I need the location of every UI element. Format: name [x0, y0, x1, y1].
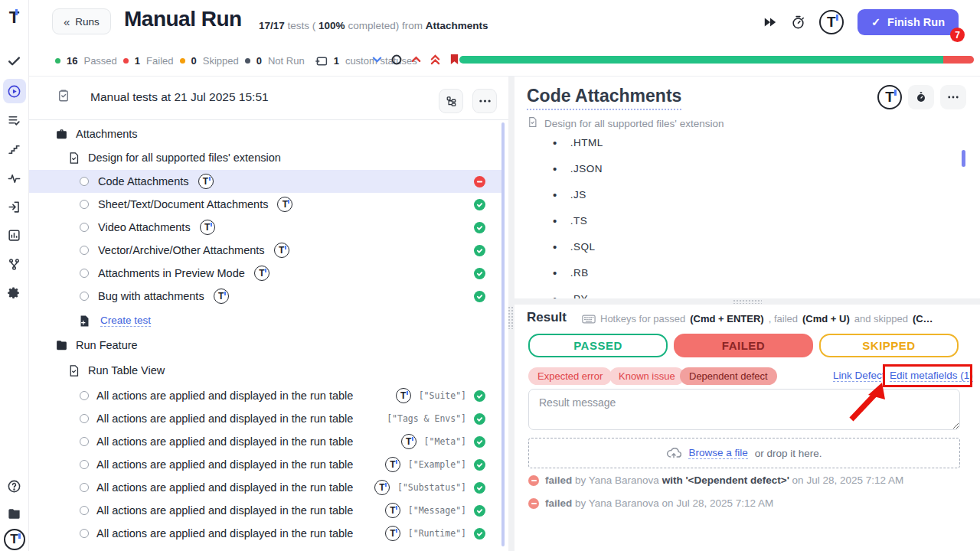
timer-icon[interactable]	[791, 15, 805, 30]
app-logo-icon[interactable]: T	[3, 6, 26, 29]
chip-expected-error[interactable]: Expected error	[528, 367, 612, 385]
failed-button[interactable]: FAILED	[674, 334, 813, 357]
suite-label: Attachments	[76, 128, 138, 140]
help-icon[interactable]	[3, 474, 26, 497]
progress-failed-segment	[943, 56, 974, 64]
chip-dependent-defect[interactable]: Dependent defect	[680, 367, 777, 385]
browse-file-link[interactable]: Browse a file	[688, 447, 747, 459]
tests-nav-icon[interactable]	[3, 49, 26, 72]
automated-test-icon: T	[214, 289, 229, 304]
radio-icon	[80, 269, 89, 278]
run-status-bar: 16 Passed 1 Failed 0 Skipped 0 Not Run 1…	[29, 46, 980, 77]
branches-nav-icon[interactable]	[3, 253, 26, 276]
create-test-row[interactable]: Create test	[29, 309, 504, 332]
fast-forward-icon[interactable]	[763, 17, 777, 28]
priority-highest-icon[interactable]	[430, 54, 440, 65]
hotkeys-hint: Hotkeys for passed (Cmd + ENTER) , faile…	[582, 313, 966, 324]
tree-header-divider	[29, 119, 508, 120]
circle-status-icon[interactable]	[391, 54, 402, 65]
test-tag: ["Example"]	[408, 459, 466, 470]
skipped-button[interactable]: SKIPPED	[819, 334, 959, 357]
automated-test-icon: T	[198, 174, 214, 189]
tree-suite-attachments[interactable]: Attachments	[29, 122, 504, 145]
tree-test-code-attachments[interactable]: Code Attachments T	[29, 170, 504, 193]
tree-suite-run-feature[interactable]: Run Feature	[29, 334, 504, 357]
settings-nav-icon[interactable]	[3, 282, 26, 305]
link-defect-link[interactable]: Link Defect	[833, 370, 885, 382]
tree-test-preview-mode[interactable]: Attachments in Preview Mode T	[29, 262, 504, 285]
folder-icon	[55, 339, 68, 352]
file-upload-dropzone[interactable]: Browse a file or drop it here.	[528, 438, 960, 468]
runs-nav-icon[interactable]	[3, 79, 26, 103]
notrun-dot-icon	[245, 58, 250, 64]
annotation-arrow	[842, 381, 890, 425]
failed-minus-icon	[528, 498, 539, 509]
priority-high-icon[interactable]	[411, 56, 421, 63]
chevron-down-icon[interactable]	[372, 54, 382, 64]
tree-feature-design[interactable]: Design for all supported files' extensio…	[29, 146, 504, 169]
automated-test-icon[interactable]: T	[877, 85, 902, 109]
result-message-input[interactable]	[528, 389, 960, 430]
pulse-nav-icon[interactable]	[3, 167, 26, 190]
tree-test-run-table-meta[interactable]: All actions are applied and displayed in…	[29, 430, 504, 453]
feature-label: Run Table View	[88, 364, 165, 377]
tree-test-bug-attachments[interactable]: Bug with attachments T	[29, 285, 504, 308]
create-test-link[interactable]: Create test	[100, 315, 151, 327]
test-title[interactable]: Code Attachments	[527, 86, 681, 110]
result-splitter-grip[interactable]	[733, 299, 762, 304]
tree-test-run-table-substatus[interactable]: All actions are applied and displayed in…	[29, 476, 504, 499]
description-scrollbar[interactable]	[962, 150, 965, 167]
tree-test-run-table-example[interactable]: All actions are applied and displayed in…	[29, 453, 504, 476]
radio-icon	[80, 437, 89, 446]
profile-logo-icon[interactable]: T	[3, 528, 26, 551]
tree-test-sheet-attachments[interactable]: Sheet/Text/Document Attachments T	[29, 193, 504, 216]
passed-status-icon	[474, 245, 485, 256]
passed-status-icon	[474, 482, 485, 494]
finish-run-button[interactable]: ✓ Finish Run 7	[858, 9, 959, 35]
tree-test-video-attachments[interactable]: Video Attachments T	[29, 216, 504, 239]
run-progress-bar	[459, 56, 974, 64]
import-nav-icon[interactable]	[3, 195, 26, 218]
tree-test-vector-attachments[interactable]: Vector/Archive/Other Attachments T	[29, 239, 504, 262]
chip-known-issue[interactable]: Known issue	[609, 367, 684, 385]
tree-test-run-table-suite[interactable]: All actions are applied and displayed in…	[29, 384, 504, 407]
custom-status-icon	[315, 56, 328, 67]
file-check-icon	[67, 364, 80, 377]
list-item: .RB	[553, 266, 589, 279]
panel-splitter[interactable]	[508, 77, 514, 551]
failed-dot-icon	[123, 58, 129, 64]
test-tag: ["Suite"]	[419, 390, 466, 401]
tree-feature-run-table-view[interactable]: Run Table View	[29, 359, 504, 382]
automated-test-icon: T	[396, 388, 411, 403]
radio-icon	[80, 460, 89, 469]
docs-folder-icon[interactable]	[3, 502, 26, 525]
suite-label: Run Feature	[76, 339, 138, 351]
tree-view-button[interactable]	[439, 89, 463, 113]
passed-status-icon	[474, 459, 485, 471]
file-check-icon	[67, 152, 80, 165]
more-options-button[interactable]	[940, 85, 966, 109]
project-logo-icon[interactable]: T	[819, 10, 844, 34]
plans-nav-icon[interactable]	[3, 109, 26, 132]
list-item: .SQL	[553, 240, 596, 253]
briefcase-icon	[55, 128, 68, 141]
steps-nav-icon[interactable]	[3, 138, 26, 161]
radio-icon	[80, 391, 89, 400]
run-subtitle: 17/17 tests ( 100% completed) from Attac…	[259, 20, 488, 31]
notification-badge: 7	[950, 28, 965, 42]
list-item: .PY	[553, 292, 588, 298]
tree-test-run-table-tags[interactable]: All actions are applied and displayed in…	[29, 407, 504, 430]
back-to-runs-button[interactable]: « Runs	[52, 8, 111, 34]
test-tag: ["Tags & Envs"]	[387, 413, 466, 424]
tree-test-run-table-message[interactable]: All actions are applied and displayed in…	[29, 499, 504, 522]
analytics-nav-icon[interactable]	[3, 223, 26, 246]
tree-more-button[interactable]	[472, 89, 497, 113]
passed-status-icon	[474, 268, 485, 279]
bookmark-icon[interactable]	[449, 54, 459, 65]
automated-test-icon: T	[374, 480, 390, 495]
tree-test-run-table-runtime[interactable]: All actions are applied and displayed in…	[29, 522, 504, 545]
tree-scrollbar[interactable]	[501, 122, 505, 546]
passed-button[interactable]: PASSED	[528, 334, 668, 357]
status-counts: 16 Passed 1 Failed 0 Skipped 0 Not Run 1…	[55, 55, 417, 67]
timer-button[interactable]	[908, 85, 934, 109]
